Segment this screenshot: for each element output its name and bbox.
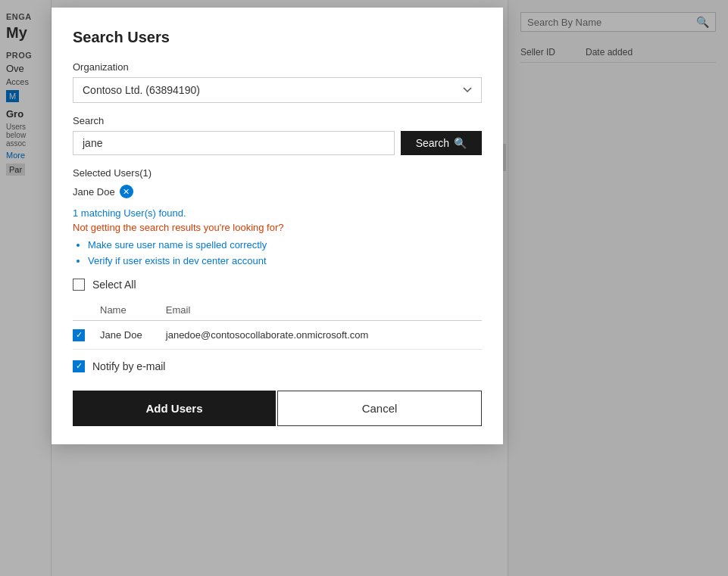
tag-remove-button[interactable]: ✕ <box>120 185 133 198</box>
action-buttons: Add Users Cancel <box>73 391 482 426</box>
results-table: Name Email Jane Doe janedoe@contosocolla… <box>73 300 482 350</box>
notify-checkbox[interactable] <box>73 360 85 372</box>
notify-label: Notify by e-mail <box>92 360 165 372</box>
search-users-modal: Search Users Organization Contoso Ltd. (… <box>52 8 503 444</box>
add-users-button[interactable]: Add Users <box>73 391 276 426</box>
search-label: Search <box>73 115 482 126</box>
select-all-row[interactable]: Select All <box>73 279 482 291</box>
result-count-text: 1 matching User(s) found. <box>73 207 186 219</box>
tag-name: Jane Doe <box>73 186 115 198</box>
select-all-label: Select All <box>92 279 136 291</box>
checkbox-col-header <box>73 300 100 321</box>
email-col-header: Email <box>166 300 482 321</box>
search-button-label: Search <box>416 137 449 149</box>
table-row: Jane Doe janedoe@contosocollaborate.onmi… <box>73 321 482 350</box>
hint-item-2: Verify if user exists in dev center acco… <box>88 255 482 266</box>
cancel-button[interactable]: Cancel <box>277 391 482 426</box>
org-select[interactable]: Contoso Ltd. (63894190) <box>73 77 482 103</box>
selected-tags-container: Jane Doe ✕ <box>73 185 482 198</box>
notify-row[interactable]: Notify by e-mail <box>73 360 482 372</box>
org-label: Organization <box>73 61 482 73</box>
result-hint: Not getting the search results you're lo… <box>73 222 482 233</box>
search-row: Search 🔍 <box>73 131 482 155</box>
result-info: 1 matching User(s) found. <box>73 207 482 219</box>
hint-item-1: Make sure user name is spelled correctly <box>88 239 482 251</box>
select-all-checkbox[interactable] <box>73 279 85 291</box>
name-col-header: Name <box>100 300 166 321</box>
modal-title: Search Users <box>73 29 482 46</box>
search-button[interactable]: Search 🔍 <box>401 131 482 155</box>
row-checkbox[interactable] <box>73 329 85 341</box>
selected-tag: Jane Doe ✕ <box>73 185 133 198</box>
hint-list: Make sure user name is spelled correctly… <box>73 239 482 266</box>
row-email: janedoe@contosocollaborate.onmicrosoft.c… <box>166 321 482 350</box>
selected-users-label: Selected Users(1) <box>73 167 482 179</box>
row-name: Jane Doe <box>100 321 166 350</box>
search-button-icon: 🔍 <box>454 137 467 149</box>
search-input[interactable] <box>73 131 395 155</box>
row-checkbox-cell[interactable] <box>73 321 100 350</box>
